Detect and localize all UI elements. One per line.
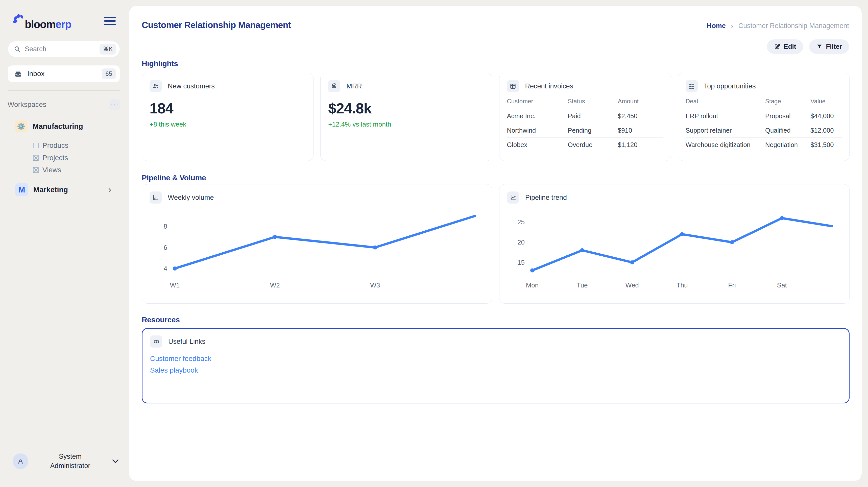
card-title: Useful Links <box>168 338 206 345</box>
manufacturing-gear-icon: ⚙️ <box>15 121 27 132</box>
sidebar-item-manufacturing[interactable]: ⚙️ Manufacturing <box>15 120 120 133</box>
projects-box-icon: ☒ <box>32 154 42 162</box>
svg-text:Thu: Thu <box>677 281 688 289</box>
link-sales-playbook[interactable]: Sales playbook <box>150 366 198 374</box>
sidebar-item-producs[interactable]: ☐ Producs <box>32 140 118 152</box>
app-logo: bloomerp <box>12 13 71 30</box>
sidebar-item-projects[interactable]: ☒ Projects <box>32 152 118 164</box>
svg-text:Fri: Fri <box>728 281 736 289</box>
search-shortcut-badge: ⌘K <box>99 44 116 55</box>
search-input[interactable]: Search ⌘K <box>7 41 120 57</box>
col-header: Value <box>810 98 842 105</box>
sidebar-divider <box>7 90 120 91</box>
card-title: Weekly volume <box>168 194 214 202</box>
logo-petals-icon <box>12 13 24 23</box>
svg-text:Wed: Wed <box>625 281 639 289</box>
svg-text:20: 20 <box>517 239 525 246</box>
edit-button-label: Edit <box>784 43 796 51</box>
user-menu[interactable]: A System Administrator <box>12 452 119 470</box>
card-title: Pipeline trend <box>525 194 567 202</box>
line-chart-icon <box>507 191 519 204</box>
table-row: Globex Overdue $1,120 <box>507 138 663 152</box>
useful-links-card[interactable]: Useful Links Customer feedback Sales pla… <box>142 328 849 403</box>
sidebar-item-marketing[interactable]: M Marketing › <box>15 183 120 196</box>
inbox-count-badge: 65 <box>102 68 116 79</box>
section-highlights: Highlights <box>142 59 178 68</box>
hamburger-menu-icon[interactable] <box>104 17 116 25</box>
workspaces-menu-button[interactable]: ··· <box>110 99 120 110</box>
checklist-icon <box>686 80 698 92</box>
app-root: bloomerp Search ⌘K Inbox 65 <box>0 0 868 487</box>
avatar: A <box>12 453 28 469</box>
svg-text:W1: W1 <box>170 281 180 289</box>
coins-icon <box>328 80 340 92</box>
producs-label: Producs <box>42 142 68 150</box>
edit-pencil-icon <box>774 43 780 50</box>
section-pipeline-volume: Pipeline & Volume <box>142 174 206 182</box>
filter-button[interactable]: Filter <box>809 39 849 54</box>
workspaces-header: Workspaces ··· <box>7 98 120 111</box>
sidebar-item-views[interactable]: ☒ Views <box>32 164 118 176</box>
section-resources: Resources <box>142 315 180 324</box>
inbox-label: Inbox <box>27 70 102 78</box>
breadcrumb: Home › Customer Relationship Management <box>707 22 849 30</box>
col-header: Amount <box>618 98 663 105</box>
invoices-table: Customer Status Amount Acme Inc. Paid $2… <box>507 98 663 152</box>
workspaces-label: Workspaces <box>7 100 110 109</box>
inbox-icon <box>14 70 22 78</box>
svg-text:Sat: Sat <box>777 281 787 289</box>
weekly-volume-card: Weekly volume 468W1W2W3 <box>142 184 492 304</box>
people-icon <box>150 80 162 92</box>
new-customers-delta: +8 this week <box>150 121 306 128</box>
col-header: Customer <box>507 98 568 105</box>
manufacturing-label: Manufacturing <box>33 122 83 130</box>
chevron-down-icon <box>112 459 119 463</box>
svg-text:W3: W3 <box>370 281 380 289</box>
breadcrumb-home-link[interactable]: Home <box>707 22 726 30</box>
breadcrumb-separator: › <box>731 22 733 30</box>
user-name: System Administrator <box>41 452 99 470</box>
mrr-card: MRR $24.8k +12.4% vs last month <box>320 73 492 161</box>
sidebar: bloomerp Search ⌘K Inbox 65 <box>0 0 129 487</box>
link-list: Customer feedback Sales playbook <box>150 355 841 374</box>
table-row: Warehouse digitization Negotiation $31,5… <box>686 138 842 152</box>
views-label: Views <box>42 166 61 174</box>
sidebar-item-inbox[interactable]: Inbox 65 <box>7 65 120 82</box>
charts-row: Weekly volume 468W1W2W3 Pipeline trend <box>142 184 849 304</box>
svg-text:8: 8 <box>164 222 167 230</box>
svg-text:25: 25 <box>517 218 525 226</box>
svg-text:6: 6 <box>164 244 167 251</box>
table-icon <box>507 80 519 92</box>
table-row: Acme Inc. Paid $2,450 <box>507 109 663 123</box>
table-row: ERP rollout Proposal $44,000 <box>686 109 842 123</box>
link-icon <box>150 335 162 347</box>
projects-label: Projects <box>42 154 68 162</box>
opportunities-table: Deal Stage Value ERP rollout Proposal $4… <box>686 98 842 152</box>
breadcrumb-current: Customer Relationship Management <box>738 22 849 30</box>
search-icon <box>14 46 21 53</box>
recent-invoices-card: Recent invoices Customer Status Amount A… <box>499 73 671 161</box>
pipeline-trend-chart: 152025MonTueWedThuFriSat <box>507 206 841 294</box>
col-header: Stage <box>765 98 810 105</box>
edit-button[interactable]: Edit <box>767 39 803 54</box>
table-row: Support retainer Qualified $12,000 <box>686 123 842 138</box>
new-customers-value: 184 <box>150 100 306 117</box>
pipeline-trend-card: Pipeline trend 152025MonTueWedThuFriSat <box>499 184 849 304</box>
mrr-value: $24.8k <box>328 100 484 117</box>
highlights-row: New customers 184 +8 this week MRR <box>142 73 849 161</box>
marketing-initial-badge: M <box>15 183 28 196</box>
col-header: Deal <box>686 98 765 105</box>
table-row: Northwind Pending $910 <box>507 123 663 138</box>
search-placeholder: Search <box>25 45 99 53</box>
weekly-volume-chart: 468W1W2W3 <box>150 206 484 294</box>
card-title: New customers <box>168 82 215 90</box>
chevron-right-icon: › <box>108 185 112 194</box>
link-customer-feedback[interactable]: Customer feedback <box>150 355 212 363</box>
card-title: MRR <box>346 82 362 90</box>
views-box-icon: ☒ <box>32 166 42 175</box>
svg-text:Tue: Tue <box>577 281 588 289</box>
card-title: Top opportunities <box>704 82 756 90</box>
filter-funnel-icon <box>816 43 823 50</box>
logo-wordmark: bloomerp <box>25 19 71 30</box>
producs-box-icon: ☐ <box>32 141 42 150</box>
